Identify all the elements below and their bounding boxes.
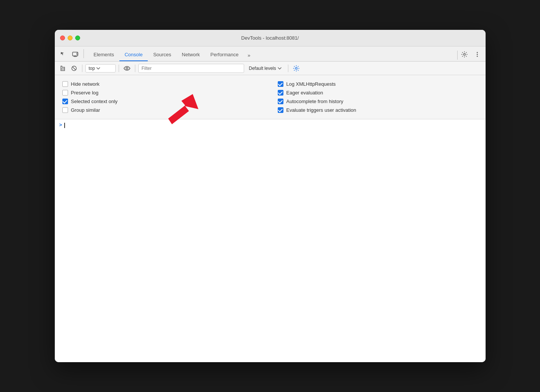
eval-triggers-row: Evaluate triggers user activation bbox=[278, 106, 478, 114]
console-toolbar: top Default levels bbox=[55, 62, 486, 75]
tab-bar-right-actions bbox=[459, 49, 483, 61]
title-bar: DevTools - localhost:8081/ bbox=[55, 30, 486, 46]
settings-right-column: Log XMLHttpRequests Eager evaluation Aut… bbox=[278, 80, 478, 114]
traffic-lights bbox=[60, 35, 80, 40]
context-selector[interactable]: top bbox=[85, 64, 116, 73]
inspect-element-button[interactable] bbox=[58, 49, 68, 60]
tab-divider bbox=[84, 49, 84, 58]
group-similar-label[interactable]: Group similar bbox=[71, 107, 100, 113]
eager-eval-label[interactable]: Eager evaluation bbox=[286, 90, 323, 96]
tab-console[interactable]: Console bbox=[119, 49, 148, 61]
autocomplete-history-label[interactable]: Autocomplete from history bbox=[286, 99, 343, 104]
tab-sources[interactable]: Sources bbox=[148, 49, 176, 61]
svg-point-14 bbox=[126, 67, 128, 69]
svg-point-4 bbox=[463, 54, 465, 56]
close-button[interactable] bbox=[60, 35, 65, 40]
hide-network-checkbox[interactable] bbox=[62, 81, 68, 87]
autocomplete-history-checkbox[interactable] bbox=[278, 99, 283, 104]
group-similar-row: Group similar bbox=[62, 106, 263, 114]
log-xhr-label[interactable]: Log XMLHttpRequests bbox=[286, 81, 336, 87]
settings-left-column: Hide network Preserve log Selected conte… bbox=[62, 80, 263, 114]
device-toolbar-button[interactable] bbox=[70, 49, 80, 60]
prompt-chevron: > bbox=[59, 122, 62, 128]
console-area[interactable]: > bbox=[55, 119, 486, 362]
eager-eval-row: Eager evaluation bbox=[278, 88, 478, 97]
selected-context-label[interactable]: Selected context only bbox=[71, 99, 118, 104]
preserve-log-label[interactable]: Preserve log bbox=[71, 90, 99, 96]
toolbar-divider-4 bbox=[288, 65, 288, 72]
log-xhr-row: Log XMLHttpRequests bbox=[278, 80, 478, 88]
svg-point-7 bbox=[477, 56, 478, 57]
tab-bar: Elements Console Sources Network Perform… bbox=[55, 46, 486, 62]
main-tabs: Elements Console Sources Network Perform… bbox=[88, 49, 456, 61]
more-options-button[interactable] bbox=[472, 49, 483, 60]
console-settings-button[interactable] bbox=[293, 65, 300, 72]
levels-dropdown[interactable]: Default levels bbox=[246, 64, 285, 73]
svg-point-5 bbox=[477, 52, 478, 53]
log-xhr-checkbox[interactable] bbox=[278, 81, 283, 87]
tab-more-button[interactable]: » bbox=[244, 49, 254, 61]
eval-triggers-checkbox[interactable] bbox=[278, 107, 283, 113]
tab-bar-tools bbox=[58, 49, 85, 61]
maximize-button[interactable] bbox=[75, 35, 80, 40]
eye-icon-button[interactable] bbox=[122, 63, 132, 73]
console-cursor bbox=[64, 123, 65, 128]
tab-performance[interactable]: Performance bbox=[205, 49, 244, 61]
minimize-button[interactable] bbox=[68, 35, 73, 40]
selected-context-checkbox[interactable] bbox=[62, 99, 68, 104]
hide-network-row: Hide network bbox=[62, 80, 263, 88]
group-similar-checkbox[interactable] bbox=[62, 107, 68, 113]
preserve-log-checkbox[interactable] bbox=[62, 90, 68, 96]
svg-rect-3 bbox=[77, 53, 78, 55]
selected-context-row: Selected context only bbox=[62, 97, 263, 106]
eager-eval-checkbox[interactable] bbox=[278, 90, 283, 96]
preserve-log-row: Preserve log bbox=[62, 88, 263, 97]
filter-input[interactable] bbox=[138, 64, 244, 73]
devtools-window: DevTools - localhost:8081/ Element bbox=[55, 30, 486, 362]
autocomplete-history-row: Autocomplete from history bbox=[278, 97, 478, 106]
settings-grid: Hide network Preserve log Selected conte… bbox=[62, 80, 478, 114]
toolbar-divider-2 bbox=[119, 65, 119, 72]
eval-triggers-label[interactable]: Evaluate triggers user activation bbox=[286, 107, 356, 113]
svg-point-15 bbox=[295, 67, 297, 69]
window-title: DevTools - localhost:8081/ bbox=[241, 35, 299, 41]
tab-elements[interactable]: Elements bbox=[88, 49, 119, 61]
settings-button[interactable] bbox=[459, 49, 470, 60]
console-prompt: > bbox=[59, 122, 481, 128]
toolbar-divider-3 bbox=[135, 65, 135, 72]
svg-line-13 bbox=[72, 66, 76, 70]
settings-panel: Hide network Preserve log Selected conte… bbox=[55, 75, 486, 119]
tab-network[interactable]: Network bbox=[176, 49, 205, 61]
block-icon-button[interactable] bbox=[69, 63, 79, 73]
clear-console-button[interactable] bbox=[58, 63, 68, 73]
hide-network-label[interactable]: Hide network bbox=[71, 81, 100, 87]
svg-point-6 bbox=[477, 54, 478, 55]
toolbar-divider-1 bbox=[82, 65, 82, 72]
tab-right-divider bbox=[457, 51, 458, 60]
